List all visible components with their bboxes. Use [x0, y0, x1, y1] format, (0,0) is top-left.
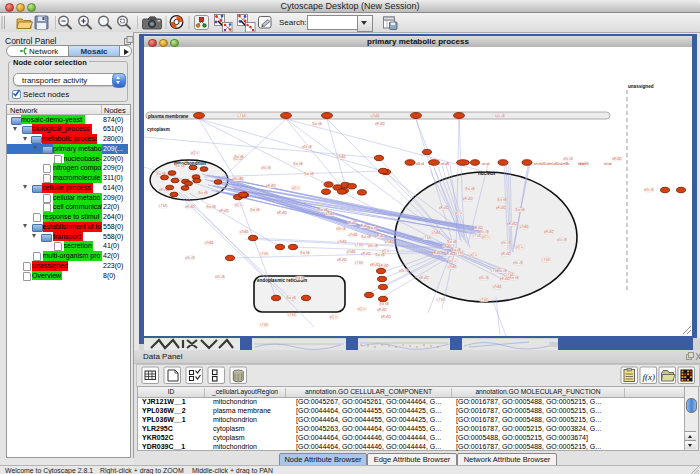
svg-text:cY bS: cY bS: [423, 236, 431, 240]
svg-text:pQ Lc: pQ Lc: [330, 315, 338, 319]
svg-text:an.relaN.cdrel.aN2cd.mfBc: an.relaN.cdrel.aN2cd.mfBc: [534, 162, 570, 166]
svg-text:aTnB4: aTnB4: [347, 250, 356, 254]
svg-text:pQ Lc: pQ Lc: [516, 245, 524, 249]
svg-text:Sxx nB: Sxx nB: [296, 276, 305, 280]
svg-text:pQ Lc: pQ Lc: [455, 211, 463, 215]
svg-text:aTnB4: aTnB4: [349, 233, 358, 237]
svg-text:Sxx nB: Sxx nB: [466, 187, 475, 191]
svg-text:Sxx nB: Sxx nB: [380, 302, 389, 306]
svg-text:nSx cB: nSx cB: [337, 227, 346, 231]
svg-text:cY bS: cY bS: [159, 204, 167, 208]
svg-text:nSx cB: nSx cB: [369, 244, 378, 248]
svg-text:aTnB4: aTnB4: [493, 285, 502, 289]
svg-text:xR aN2: xR aN2: [439, 206, 449, 210]
svg-text:Sxx nB: Sxx nB: [207, 205, 216, 209]
svg-text:Sxx nB: Sxx nB: [313, 122, 322, 126]
svg-text:Sxx nB: Sxx nB: [376, 253, 385, 257]
svg-text:nSx cB: nSx cB: [496, 114, 505, 118]
svg-text:unassigned: unassigned: [628, 84, 654, 89]
svg-text:plasma membrane: plasma membrane: [148, 114, 189, 119]
svg-text:xR aN2: xR aN2: [337, 258, 347, 262]
svg-text:aTnB4: aTnB4: [326, 212, 335, 216]
svg-text:nSx cB: nSx cB: [502, 241, 511, 245]
svg-text:pQ Lc: pQ Lc: [358, 307, 366, 311]
svg-text:Sxx nB: Sxx nB: [294, 162, 303, 166]
svg-text:Sxx nB: Sxx nB: [199, 191, 208, 195]
svg-text:Sxx nB: Sxx nB: [235, 155, 244, 159]
svg-text:rel.ad: rel.ad: [604, 162, 612, 166]
svg-text:nucleus: nucleus: [478, 171, 496, 176]
svg-text:xR aN2: xR aN2: [544, 230, 554, 234]
svg-text:nSx cB: nSx cB: [480, 276, 489, 280]
svg-text:aTnB4: aTnB4: [432, 231, 441, 235]
svg-text:Sxx nB: Sxx nB: [448, 240, 457, 244]
svg-text:cY bS: cY bS: [260, 252, 268, 256]
svg-text:rel.aN: rel.aN: [441, 162, 449, 166]
svg-text:xR aN2: xR aN2: [496, 206, 506, 210]
svg-text:aTnB4: aTnB4: [448, 265, 457, 269]
svg-text:Sxx nB: Sxx nB: [516, 208, 525, 212]
svg-text:nSx cB: nSx cB: [480, 230, 489, 234]
svg-text:Sxx nB: Sxx nB: [301, 251, 310, 255]
svg-text:xR aN2: xR aN2: [507, 222, 517, 226]
svg-text:nSx cB: nSx cB: [216, 275, 225, 279]
svg-text:aTnB4: aTnB4: [443, 245, 452, 249]
svg-text:pQ Lc: pQ Lc: [382, 249, 390, 253]
svg-text:xR aN2: xR aN2: [375, 234, 385, 238]
svg-text:Sxx nB: Sxx nB: [498, 198, 507, 202]
svg-text:xR aN2: xR aN2: [445, 252, 455, 256]
svg-text:Sxx nB: Sxx nB: [176, 164, 185, 168]
svg-text:nSx cB: nSx cB: [400, 269, 409, 273]
svg-text:xR aN2: xR aN2: [612, 157, 622, 161]
svg-text:xR aN2: xR aN2: [347, 221, 357, 225]
svg-text:Sxx nB: Sxx nB: [287, 296, 296, 300]
svg-text:xR aN2: xR aN2: [266, 184, 276, 188]
svg-text:xR aN2: xR aN2: [185, 205, 195, 209]
svg-text:xR aN2: xR aN2: [377, 308, 387, 312]
svg-text:aTnB4: aTnB4: [240, 230, 249, 234]
svg-text:cY bS: cY bS: [480, 298, 488, 302]
svg-text:cY bS: cY bS: [355, 243, 363, 247]
svg-text:cY bS: cY bS: [542, 258, 550, 262]
svg-text:nSx cB: nSx cB: [514, 261, 523, 265]
svg-text:an.rel: an.rel: [482, 162, 490, 166]
svg-text:nSx cB: nSx cB: [645, 188, 654, 192]
svg-text:xR aN2: xR aN2: [219, 209, 229, 213]
svg-text:cY bS: cY bS: [473, 234, 481, 238]
svg-text:cY bS: cY bS: [437, 298, 445, 302]
svg-text:cY bS: cY bS: [260, 323, 268, 327]
svg-text:cY bS: cY bS: [238, 114, 246, 118]
svg-text:nSx cB: nSx cB: [564, 157, 573, 161]
svg-text:pQ Lc: pQ Lc: [191, 151, 199, 155]
svg-text:xR aN2: xR aN2: [419, 276, 429, 280]
svg-text:cytoplasm: cytoplasm: [147, 127, 170, 132]
svg-text:nSx cB: nSx cB: [233, 177, 242, 181]
svg-text:nSx cB: nSx cB: [498, 269, 507, 273]
svg-text:xR aN2: xR aN2: [463, 197, 473, 201]
svg-text:xR aN2: xR aN2: [432, 251, 442, 255]
svg-text:aTnB4: aTnB4: [371, 114, 380, 118]
svg-text:f(x): f(x): [643, 372, 656, 382]
svg-text:cY bS: cY bS: [288, 313, 296, 317]
svg-text:aTnB4: aTnB4: [205, 241, 214, 245]
svg-text:xR aN2: xR aN2: [379, 264, 389, 268]
svg-text:nSx cB: nSx cB: [558, 238, 567, 242]
svg-text:aTnB4: aTnB4: [337, 155, 346, 159]
svg-text:xR aN2: xR aN2: [361, 252, 371, 256]
svg-text:no.rel: no.rel: [578, 162, 586, 166]
svg-text:pQ Lc: pQ Lc: [470, 253, 478, 257]
svg-text:pQ Lc: pQ Lc: [482, 235, 490, 239]
svg-text:Sxx nB: Sxx nB: [369, 226, 378, 230]
svg-text:Sxx nB: Sxx nB: [362, 235, 371, 239]
svg-text:xR aN2: xR aN2: [277, 211, 287, 215]
svg-text:Sxx nB: Sxx nB: [251, 208, 260, 212]
svg-text:aN.cd: aN.cd: [416, 162, 424, 166]
svg-text:cY bS: cY bS: [456, 251, 464, 255]
svg-text:nSx cB: nSx cB: [262, 166, 271, 170]
svg-text:aTnB4: aTnB4: [338, 240, 347, 244]
svg-text:pQ Lc: pQ Lc: [449, 259, 457, 263]
svg-text:xR aN2: xR aN2: [501, 252, 511, 256]
svg-text:nSx cB: nSx cB: [303, 145, 312, 149]
svg-text:xR aN2: xR aN2: [375, 122, 385, 126]
svg-text:xR aN2: xR aN2: [381, 315, 391, 319]
